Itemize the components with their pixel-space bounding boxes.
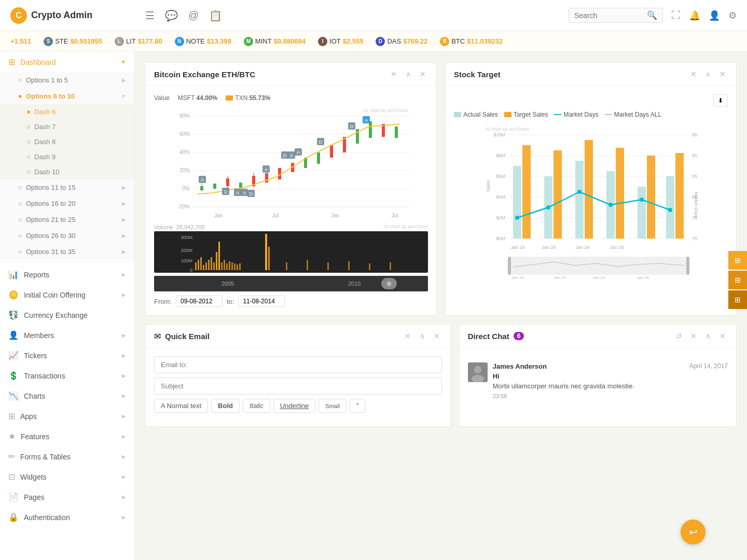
email-collapse-icon[interactable]: ∧ bbox=[417, 331, 427, 341]
sidebar-sub-item-options16[interactable]: Options 16 to 20 ▶ bbox=[0, 195, 134, 212]
svg-text:A: A bbox=[243, 190, 246, 195]
svg-text:$2M: $2M bbox=[496, 215, 505, 220]
search-icon[interactable]: 🔍 bbox=[647, 10, 657, 20]
chat-close-x-icon[interactable]: ✕ bbox=[688, 331, 699, 341]
legend-market-days: Market Days bbox=[554, 111, 598, 118]
sidebar-item-dashboard[interactable]: ⊞ Dashboard ▼ bbox=[0, 52, 134, 72]
members-arrow: ▶ bbox=[122, 332, 126, 338]
sidebar-sub-item-options31[interactable]: Options 31 to 35 ▶ bbox=[0, 244, 134, 260]
auth-arrow: ▶ bbox=[122, 514, 126, 520]
stock-collapse-icon[interactable]: ∧ bbox=[703, 69, 713, 79]
chat-icon[interactable]: 💬 bbox=[165, 9, 178, 22]
sidebar-sub2-dash7[interactable]: Dash 7 bbox=[0, 119, 134, 134]
chat-minimize-icon[interactable]: ✕ bbox=[717, 331, 728, 341]
sidebar-item-members[interactable]: 👤 Members ▶ bbox=[0, 325, 134, 345]
bell-icon[interactable]: 🔔 bbox=[689, 10, 700, 21]
chat-collapse-icon[interactable]: ∧ bbox=[703, 331, 713, 341]
search-box[interactable]: 🔍 bbox=[569, 8, 663, 23]
right-float-btn-2[interactable]: ⊞ bbox=[728, 271, 747, 289]
clipboard-icon[interactable]: 📋 bbox=[209, 9, 222, 22]
sidebar-sub2-dash6[interactable]: Dash 6 bbox=[0, 104, 134, 119]
sidebar-item-auth[interactable]: 🔒 Authentication ▶ bbox=[0, 507, 134, 527]
email-to-input[interactable] bbox=[154, 356, 442, 373]
bitcoin-volume-label: Volume 28,942,700 JS chart by amCharts bbox=[154, 224, 428, 230]
email-close-x-icon[interactable]: ✕ bbox=[403, 331, 413, 341]
target-sales-label: Target Sales bbox=[514, 111, 548, 118]
direct-chat-card: Direct Chat 6 ↺ ✕ ∧ ✕ bbox=[459, 324, 737, 427]
search-input[interactable] bbox=[574, 11, 647, 20]
scroll-handle[interactable]: ⊚ bbox=[381, 278, 397, 289]
sidebar-item-apps[interactable]: ⊞ Apps ▶ bbox=[0, 406, 134, 426]
menu-icon[interactable]: ☰ bbox=[145, 9, 155, 22]
bitcoin-minimize-icon[interactable]: ✕ bbox=[418, 69, 428, 79]
chat-date: April 14, 2017 bbox=[689, 362, 728, 370]
email-subject-input[interactable] bbox=[154, 377, 442, 395]
topnav-icons: ☰ 💬 @ 📋 bbox=[145, 9, 569, 22]
fullscreen-icon[interactable]: ⛶ bbox=[671, 10, 681, 21]
svg-text:Jan: Jan bbox=[214, 213, 223, 218]
settings-icon[interactable]: ⚙ bbox=[728, 10, 737, 21]
svg-rect-25 bbox=[330, 145, 333, 158]
bitcoin-scrollbar[interactable]: 2005 2010 ⊚ bbox=[154, 276, 428, 291]
actual-sales-label: Actual Sales bbox=[463, 111, 498, 118]
right-float-btn-3[interactable]: ⊞ bbox=[728, 290, 747, 309]
sidebar-item-transactions[interactable]: 💲 Transactions ▶ bbox=[0, 366, 134, 386]
options1-bullet bbox=[19, 79, 22, 82]
right-float-btn-1[interactable]: ⊞ bbox=[728, 251, 747, 270]
from-date-input[interactable] bbox=[176, 296, 223, 307]
sidebar-item-features[interactable]: ★ Features ▶ bbox=[0, 426, 134, 446]
quote-button[interactable]: " bbox=[350, 399, 366, 413]
sidebar-sub2-dash9[interactable]: Dash 9 bbox=[0, 149, 134, 164]
sidebar-item-charts[interactable]: 📉 Charts ▶ bbox=[0, 386, 134, 406]
sidebar-sub-item-options21[interactable]: Options 21 to 25 ▶ bbox=[0, 212, 134, 228]
sidebar-sub-item-options1[interactable]: Options 1 to 5 ▶ bbox=[0, 72, 134, 88]
user-icon[interactable]: 👤 bbox=[709, 10, 720, 21]
sidebar-sub2-dash10[interactable]: Dash 10 bbox=[0, 164, 134, 179]
sidebar-item-forms[interactable]: ✏ Forms & Tables ▶ bbox=[0, 446, 134, 467]
chat-time: 23:58 bbox=[493, 393, 728, 399]
ico-icon: 🪙 bbox=[8, 290, 19, 300]
bitcoin-txn-label: TXN 55.73% bbox=[235, 94, 270, 102]
svg-rect-79 bbox=[268, 247, 270, 270]
sidebar-sub-item-options11[interactable]: Options 11 to 15 ▶ bbox=[0, 179, 134, 195]
at-icon[interactable]: @ bbox=[188, 9, 199, 21]
sidebar-item-reports[interactable]: 📊 Reports ▶ bbox=[0, 264, 134, 285]
sidebar-item-tickers[interactable]: 📈 Tickers ▶ bbox=[0, 345, 134, 366]
email-minimize-icon[interactable]: ✕ bbox=[432, 331, 442, 341]
sidebar-sub-options6: Options 6 to 10 ▼ bbox=[0, 88, 134, 104]
small-button[interactable]: Small bbox=[319, 399, 347, 413]
to-date-input[interactable] bbox=[238, 296, 285, 307]
svg-text:Jan 16: Jan 16 bbox=[511, 275, 524, 280]
stock-download-button[interactable]: ⬇ bbox=[713, 94, 728, 107]
sidebar-sub2-dash8[interactable]: Dash 8 bbox=[0, 134, 134, 149]
sidebar-sub-item-options26[interactable]: Options 26 to 30 ▶ bbox=[0, 228, 134, 244]
stock-minimize-icon[interactable]: ✕ bbox=[717, 69, 728, 79]
note-label: NOTE bbox=[186, 37, 205, 45]
bitcoin-collapse-icon[interactable]: ∧ bbox=[403, 69, 413, 79]
float-action-button[interactable]: ↩ bbox=[681, 520, 706, 544]
svg-text:D: D bbox=[350, 124, 354, 129]
svg-text:Jan 20: Jan 20 bbox=[554, 275, 566, 280]
sidebar-item-currency[interactable]: 💱 Currency Exchange bbox=[0, 305, 134, 325]
bold-button[interactable]: Bold bbox=[211, 399, 240, 413]
normal-text-button[interactable]: A Normal text bbox=[154, 399, 208, 413]
sidebar-item-widgets[interactable]: ⊡ Widgets ▶ bbox=[0, 467, 134, 487]
bitcoin-card-controls: ✕ ∧ ✕ bbox=[389, 69, 428, 79]
svg-text:0%: 0% bbox=[183, 186, 190, 191]
svg-rect-82 bbox=[327, 262, 329, 270]
quick-email-card: ✉ Quick Email ✕ ∧ ✕ A Normal t bbox=[145, 324, 451, 427]
sidebar-item-pages[interactable]: 📄 Pages ▶ bbox=[0, 487, 134, 507]
underline-button[interactable]: Underline bbox=[273, 399, 316, 413]
reports-label: Reports bbox=[24, 271, 117, 279]
chat-icon-refresh[interactable]: ↺ bbox=[674, 331, 684, 341]
sidebar-sub-item-options6[interactable]: Options 6 to 10 ▼ bbox=[0, 88, 134, 104]
italic-button[interactable]: Italic bbox=[243, 399, 270, 413]
envelope-icon: ✉ bbox=[154, 331, 161, 341]
bitcoin-close-x-icon[interactable]: ✕ bbox=[389, 69, 399, 79]
target-sales-box bbox=[504, 112, 511, 117]
svg-text:100M: 100M bbox=[181, 258, 192, 263]
float-btn-icon: ↩ bbox=[689, 526, 698, 538]
stock-close-x-icon[interactable]: ✕ bbox=[688, 69, 699, 79]
sidebar-item-ico[interactable]: 🪙 Initial Coin Offering ▶ bbox=[0, 285, 134, 305]
dash7-label: Dash 7 bbox=[34, 123, 56, 131]
